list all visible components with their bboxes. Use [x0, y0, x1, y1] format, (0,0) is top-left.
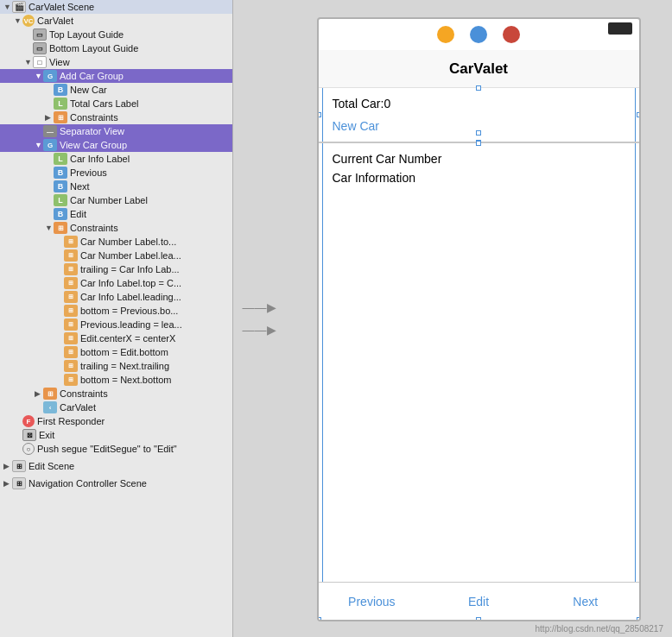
tree-item-view-car-group[interactable]: ▼ G View Car Group [0, 138, 232, 152]
group-icon: G [43, 70, 57, 82]
tree-item-edit[interactable]: B Edit [0, 207, 232, 221]
label-icon2: L [54, 153, 67, 165]
label-nav-scene: Navigation Controller Scene [29, 478, 147, 489]
tree-item-constraints-view[interactable]: ▼ ⊞ Constraints [0, 221, 232, 235]
separator-view [319, 142, 639, 143]
panel-arrow: ——▶ ——▶ [233, 0, 285, 637]
tree-item-push-segue[interactable]: ○ Push segue "EditSegue" to "Edit" [0, 442, 232, 456]
arrow-right2: ——▶ [243, 323, 276, 337]
label-bottom-layout: Bottom Layout Guide [49, 43, 138, 54]
tri [55, 279, 64, 287]
edit-button[interactable]: Edit [425, 588, 532, 615]
tri [55, 251, 64, 260]
sep-handle-bottom [476, 141, 481, 146]
label-c6: bottom = Previous.bo... [80, 306, 178, 316]
ci-icon: ⊞ [64, 236, 78, 248]
label-constraints-add: Constraints [70, 112, 118, 123]
handle-bottom-center [476, 130, 481, 136]
tree-item-previous[interactable]: B Previous [0, 166, 232, 180]
watermark: http://blog.csdn.net/qq_28508217 [536, 624, 663, 634]
label-c10: trailing = Next.trailing [80, 361, 169, 371]
label-add-car-group: Add Car Group [60, 71, 124, 81]
tri [14, 445, 22, 453]
current-car-number-label: Current Car Number [333, 152, 625, 166]
tree-item-c11[interactable]: ⊞ bottom = Next.bottom [0, 373, 232, 387]
handle-top-center [476, 85, 481, 91]
tree-item-first-responder[interactable]: F First Responder [0, 414, 232, 428]
tri: ▼ [35, 141, 43, 149]
label-c7: Previous.leading = lea... [80, 319, 182, 330]
toolbar-icon-blue [470, 26, 487, 43]
tree-item-view[interactable]: ▼ □ View [0, 55, 232, 69]
tree-item-exit[interactable]: ⊠ Exit [0, 428, 232, 442]
btn-icon3: B [54, 180, 67, 192]
tree-item-c5[interactable]: ⊞ Car Info Label.leading... [0, 290, 232, 304]
tri [55, 348, 64, 356]
top-toolbar [319, 22, 639, 47]
tree-item-add-car-group[interactable]: ▼ G Add Car Group [0, 69, 232, 83]
tri [14, 431, 22, 439]
ci-icon9: ⊞ [64, 346, 78, 358]
segue-icon: ○ [22, 443, 35, 455]
layout-icon: ▭ [33, 28, 47, 41]
tree-item-top-layout[interactable]: ▭ Top Layout Guide [0, 28, 232, 41]
tri [45, 182, 54, 191]
label-c2: Car Number Label.lea... [80, 250, 181, 261]
ci-icon6: ⊞ [64, 305, 78, 317]
label-edit-scene: Edit Scene [29, 461, 74, 471]
tree-item-c8[interactable]: ⊞ Edit.centerX = centerX [0, 331, 232, 345]
sep-icon: — [43, 125, 57, 137]
tree-item-c4[interactable]: ⊞ Car Info Label.top = C... [0, 276, 232, 290]
tree-item-c1[interactable]: ⊞ Car Number Label.to... [0, 235, 232, 249]
tree-item-c6[interactable]: ⊞ bottom = Previous.bo... [0, 304, 232, 318]
scene-icon: 🎬 [12, 1, 26, 13]
tree-item-c7[interactable]: ⊞ Previous.leading = lea... [0, 318, 232, 331]
label-icon3: L [54, 194, 67, 206]
tree-item-car-info[interactable]: L Car Info Label [0, 152, 232, 166]
tree-item-constraints-top[interactable]: ▶ ⊞ Constraints [0, 387, 232, 400]
tree-item-new-car[interactable]: B New Car [0, 83, 232, 97]
scene-header[interactable]: ▼ 🎬 CarValet Scene [0, 0, 232, 14]
previous-button[interactable]: Previous [319, 588, 426, 615]
total-car-label: Total Car:0 [333, 97, 625, 110]
tree-item-edit-scene[interactable]: ▶ ⊞ Edit Scene [0, 459, 232, 473]
tree-item-constraints-add[interactable]: ▶ ⊞ Constraints [0, 110, 232, 124]
tree-item-car-number[interactable]: L Car Number Label [0, 193, 232, 207]
right-selection-bar [635, 88, 639, 582]
tree-item-nav-scene[interactable]: ▶ ⊞ Navigation Controller Scene [0, 476, 232, 490]
tree-item-c3[interactable]: ⊞ trailing = Car Info Lab... [0, 262, 232, 276]
tree-item-separator[interactable]: — Separator View [0, 124, 232, 138]
label-new-car: New Car [70, 85, 107, 95]
nav-scene-icon: ⊞ [12, 477, 26, 489]
tri [45, 155, 54, 163]
tree-item-carvalet[interactable]: ▼ VC CarValet [0, 14, 232, 28]
tree-item-next[interactable]: B Next [0, 180, 232, 193]
ci-icon10: ⊞ [64, 360, 78, 372]
label-next: Next [70, 181, 90, 192]
battery-indicator [608, 22, 632, 35]
label-constraints-top: Constraints [60, 388, 108, 399]
tree-item-c2[interactable]: ⊞ Car Number Label.lea... [0, 249, 232, 262]
car-information-label: Car Information [333, 171, 625, 185]
constraint-icon2: ⊞ [54, 222, 67, 234]
tree-item-carvalet-ref[interactable]: ‹ CarValet [0, 400, 232, 414]
tri [35, 403, 43, 412]
tree-item-total-cars[interactable]: L Total Cars Label [0, 97, 232, 110]
fr-icon: F [22, 415, 35, 427]
label-view: View [49, 57, 70, 67]
ci-icon11: ⊞ [64, 374, 78, 386]
next-button[interactable]: Next [532, 588, 639, 615]
label-first-responder: First Responder [37, 416, 105, 426]
tree-item-c9[interactable]: ⊞ bottom = Edit.bottom [0, 345, 232, 359]
tri [55, 293, 64, 301]
tree-item-c10[interactable]: ⊞ trailing = Next.trailing [0, 359, 232, 373]
tri [24, 44, 33, 53]
toolbar-icon-red [503, 26, 520, 43]
edit-scene-icon: ⊞ [12, 460, 26, 472]
tree-item-bottom-layout[interactable]: ▭ Bottom Layout Guide [0, 41, 232, 55]
tri [24, 30, 33, 39]
navigation-bar: CarValet [319, 50, 639, 88]
tri: ▶ [3, 479, 12, 488]
label-c11: bottom = Next.bottom [80, 375, 171, 385]
label-constraints-view: Constraints [70, 223, 118, 233]
